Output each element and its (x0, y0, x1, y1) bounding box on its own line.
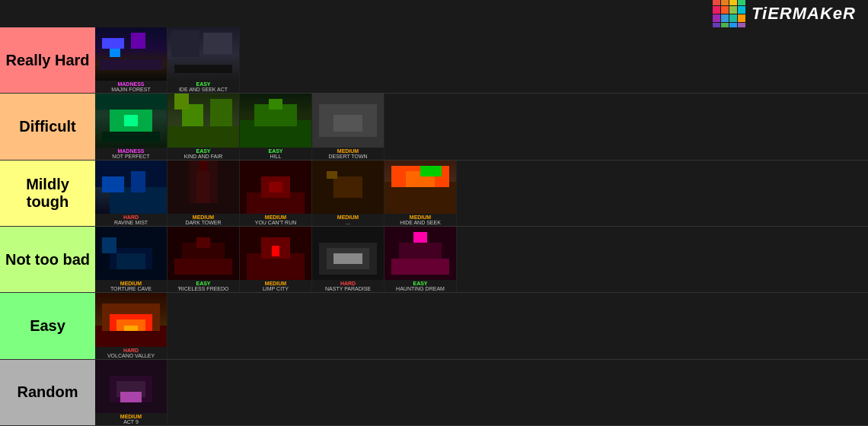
thumb-decoration-ravine-mist (95, 161, 167, 214)
logo-text: TiERMAKeR (752, 4, 856, 24)
game-title-dark-tower: DARK TOWER (185, 220, 221, 225)
game-difficulty-ravine-mist: HARD (123, 215, 139, 220)
tier-row-difficult: DifficultMADNESSNOT PERFECTEASYKIND AND … (0, 94, 868, 160)
game-meta-not-perfect: MADNESSNOT PERFECT (95, 148, 167, 160)
game-title-not-perfect: NOT PERFECT (112, 154, 149, 159)
thumb-decoration-not-perfect (95, 94, 167, 147)
game-card-limp-city[interactable]: MEDIUMLIMP CITY (240, 227, 312, 292)
thumb-decoration-hill (240, 94, 311, 147)
tier-label-mildly-tough: Mildly tough (0, 161, 95, 226)
game-title-torture-cave: TORTURE CAVE (110, 286, 152, 291)
game-meta-act9: MEDIUMACT 9 (95, 413, 167, 425)
tier-content-easy: HARDVOLCANO VALLEY (95, 293, 868, 358)
game-difficulty-dots: MEDIUM (337, 215, 359, 220)
game-card-torture-cave[interactable]: MEDIUMTORTURE CAVE (95, 227, 168, 292)
game-meta-limp-city: MEDIUMLIMP CITY (240, 280, 311, 292)
game-difficulty-nasty-paradise: HARD (340, 281, 356, 286)
game-thumb-majin-forest (95, 27, 167, 81)
tier-row-mildly-tough: Mildly toughHARDRAVINE MISTMEDIUMDARK TO… (0, 161, 868, 227)
thumb-decoration-volcano-valley (95, 293, 167, 346)
game-thumb-hide-seek-act (168, 27, 239, 81)
game-card-hide-seek2[interactable]: MEDIUMHIDE AND SEEK (385, 161, 457, 226)
game-thumb-haunting-dream (385, 227, 456, 280)
game-card-priceless[interactable]: EASY'RICELESS FREEDO (168, 227, 240, 292)
game-title-act9: ACT 9 (123, 419, 139, 424)
tier-row-random: RandomMEDIUMACT 9 (0, 360, 868, 426)
game-card-hill[interactable]: EASYHILL (240, 94, 312, 159)
game-thumb-hide-seek2 (385, 161, 456, 214)
game-card-dots[interactable]: MEDIUM... (312, 161, 385, 226)
game-difficulty-torture-cave: MEDIUM (120, 281, 142, 286)
thumb-decoration-act9 (95, 360, 167, 413)
game-card-not-perfect[interactable]: MADNESSNOT PERFECT (95, 94, 168, 159)
thumb-decoration-hide-seek-act (168, 27, 239, 81)
game-meta-majin-forest: MADNESSMAJIN FOREST (95, 81, 167, 93)
game-thumb-you-cant-run (240, 161, 311, 214)
game-meta-hide-seek2: MEDIUMHIDE AND SEEK (385, 214, 456, 226)
game-thumb-act9 (95, 360, 167, 413)
thumb-decoration-limp-city (240, 227, 311, 280)
game-difficulty-limp-city: MEDIUM (265, 281, 286, 286)
game-title-desert-town: DESERT TOWN (328, 154, 367, 159)
game-thumb-limp-city (240, 227, 311, 280)
game-difficulty-act9: MEDIUM (120, 414, 142, 419)
game-card-hide-seek-act[interactable]: EASYIDE AND SEEK ACT (168, 27, 240, 93)
game-card-haunting-dream[interactable]: EASYHAUNTING DREAM (385, 227, 457, 292)
thumb-decoration-dots (312, 161, 384, 214)
game-card-ravine-mist[interactable]: HARDRAVINE MIST (95, 161, 168, 226)
game-meta-hill: EASYHILL (240, 148, 311, 160)
game-meta-haunting-dream: EASYHAUNTING DREAM (385, 280, 456, 292)
game-difficulty-not-perfect: MADNESS (117, 148, 144, 154)
game-thumb-hill (240, 94, 311, 147)
thumb-decoration-haunting-dream (385, 227, 456, 280)
tier-images-really-hard: MADNESSMAJIN FORESTEASYIDE AND SEEK ACT (95, 27, 868, 93)
tier-content-not-too-bad: MEDIUMTORTURE CAVEEASY'RICELESS FREEDOME… (95, 227, 868, 292)
game-difficulty-you-cant-run: MEDIUM (265, 215, 286, 220)
game-title-volcano-valley: VOLCANO VALLEY (107, 353, 155, 358)
game-meta-priceless: EASY'RICELESS FREEDO (168, 280, 239, 292)
game-thumb-not-perfect (95, 94, 167, 147)
thumb-decoration-you-cant-run (240, 161, 311, 214)
game-difficulty-dark-tower: MEDIUM (193, 215, 214, 220)
tier-images-random: MEDIUMACT 9 (95, 360, 868, 425)
game-difficulty-kind-fair: EASY (196, 148, 210, 154)
game-meta-kind-fair: EASYKIND AND FAIR (168, 148, 239, 160)
game-card-majin-forest[interactable]: MADNESSMAJIN FOREST (95, 27, 168, 93)
game-meta-ravine-mist: HARDRAVINE MIST (95, 214, 167, 226)
game-card-volcano-valley[interactable]: HARDVOLCANO VALLEY (95, 293, 168, 358)
tier-row-really-hard: Really HardMADNESSMAJIN FORESTEASYIDE AN… (0, 27, 868, 94)
tier-content-really-hard: MADNESSMAJIN FORESTEASYIDE AND SEEK ACT (95, 27, 868, 93)
game-meta-nasty-paradise: HARDNASTY PARADISE (312, 280, 384, 292)
game-card-you-cant-run[interactable]: MEDIUMYOU CAN'T RUN (240, 161, 312, 226)
game-thumb-volcano-valley (95, 293, 167, 346)
game-card-desert-town[interactable]: MEDIUMDESERT TOWN (312, 94, 385, 159)
game-thumb-ravine-mist (95, 161, 167, 214)
header: TiERMAKeR (0, 0, 868, 27)
thumb-decoration-torture-cave (95, 227, 167, 280)
thumb-decoration-majin-forest (95, 27, 167, 81)
game-title-you-cant-run: YOU CAN'T RUN (255, 220, 297, 225)
tier-content-mildly-tough: HARDRAVINE MISTMEDIUMDARK TOWERMEDIUMYOU… (95, 161, 868, 226)
game-title-priceless: 'RICELESS FREEDO (177, 286, 228, 291)
game-meta-hide-seek-act: EASYIDE AND SEEK ACT (168, 81, 239, 93)
game-difficulty-volcano-valley: HARD (123, 348, 139, 353)
game-card-dark-tower[interactable]: MEDIUMDARK TOWER (168, 161, 240, 226)
tier-label-really-hard: Really Hard (0, 27, 95, 93)
thumb-decoration-kind-fair (168, 94, 239, 147)
game-meta-dark-tower: MEDIUMDARK TOWER (168, 214, 239, 226)
game-difficulty-desert-town: MEDIUM (337, 148, 359, 154)
game-thumb-desert-town (312, 94, 384, 147)
game-card-act9[interactable]: MEDIUMACT 9 (95, 360, 168, 425)
game-card-kind-fair[interactable]: EASYKIND AND FAIR (168, 94, 240, 159)
game-thumb-kind-fair (168, 94, 239, 147)
thumb-decoration-priceless (168, 227, 239, 280)
tier-images-easy: HARDVOLCANO VALLEY (95, 293, 868, 358)
thumb-decoration-dark-tower (168, 161, 239, 214)
game-meta-desert-town: MEDIUMDESERT TOWN (312, 148, 384, 160)
game-card-nasty-paradise[interactable]: HARDNASTY PARADISE (312, 227, 385, 292)
game-difficulty-majin-forest: MADNESS (117, 81, 144, 87)
game-difficulty-hill: EASY (268, 148, 282, 154)
tier-images-not-too-bad: MEDIUMTORTURE CAVEEASY'RICELESS FREEDOME… (95, 227, 868, 292)
tier-content-difficult: MADNESSNOT PERFECTEASYKIND AND FAIREASYH… (95, 94, 868, 159)
game-title-hill: HILL (270, 154, 282, 159)
